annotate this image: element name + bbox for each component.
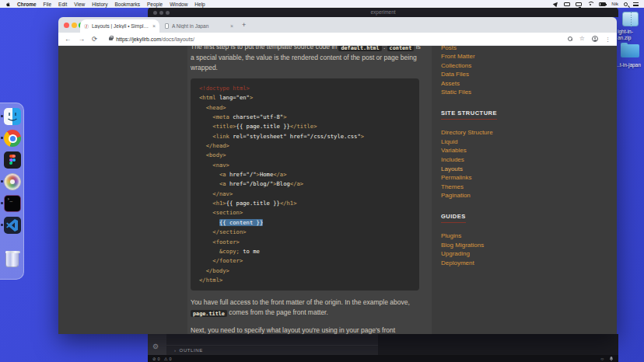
- sidebar-link-variables[interactable]: Variables: [441, 146, 604, 155]
- menu-file[interactable]: File: [44, 2, 51, 7]
- menu-history[interactable]: History: [92, 2, 107, 7]
- close-window-button[interactable]: [64, 23, 69, 28]
- minimize-window-button[interactable]: [72, 23, 77, 28]
- sidebar-link-plugins[interactable]: Plugins: [441, 231, 604, 241]
- folder-label[interactable]: ..t-in-japan: [614, 62, 644, 68]
- code-token: lang="en": [216, 94, 250, 101]
- zip-file-label[interactable]: ight-in- an.zip: [618, 29, 644, 40]
- sidebar-link-upgrading[interactable]: Upgrading: [441, 249, 604, 259]
- warnings-icon[interactable]: ⚠: [164, 357, 168, 361]
- sidebar-link-liquid[interactable]: Liquid: [441, 137, 604, 147]
- battery-icon[interactable]: [599, 2, 606, 6]
- menu-status-area: Nik: [554, 2, 639, 6]
- code-token: <head>: [199, 104, 226, 111]
- url-domain: https://jekyllrb.com: [116, 37, 161, 42]
- sidebar-link-assets[interactable]: Assets: [441, 79, 604, 89]
- search-icon[interactable]: [568, 37, 572, 41]
- inline-code: default.html: [338, 46, 381, 51]
- sidebar-link-collections[interactable]: Collections: [441, 61, 604, 71]
- vscode-editor-area[interactable]: [378, 334, 618, 355]
- menu-help[interactable]: Help: [194, 2, 205, 7]
- sidebar-link-data-files[interactable]: Data Files: [441, 70, 604, 79]
- code-token: to me: [240, 248, 260, 255]
- sidebar-link-directory-structure[interactable]: Directory Structure: [441, 128, 604, 137]
- dock-trash-icon[interactable]: [5, 251, 19, 267]
- menu-window[interactable]: Window: [170, 2, 187, 7]
- running-indicator: [1, 137, 3, 139]
- forward-button[interactable]: →: [79, 35, 86, 43]
- chevron-right-icon: ›: [174, 348, 177, 353]
- code-line: <section>: [199, 208, 419, 218]
- sidebar-link-posts[interactable]: Posts: [441, 46, 604, 52]
- zip-file-icon[interactable]: [622, 12, 639, 26]
- code-line: </head>: [199, 141, 419, 151]
- code-line: </footer>: [199, 256, 419, 266]
- vscode-title-bar[interactable]: experiment: [148, 7, 618, 17]
- menu-edit[interactable]: Edit: [58, 2, 67, 7]
- new-tab-button[interactable]: +: [242, 22, 246, 28]
- back-button[interactable]: ←: [65, 35, 72, 43]
- code-token: charset="utf-8": [229, 113, 283, 120]
- menu-bookmarks[interactable]: Bookmarks: [114, 2, 140, 7]
- apple-menu-icon[interactable]: [5, 2, 11, 7]
- bookmark-star-icon[interactable]: ☆: [579, 36, 585, 42]
- user-menu[interactable]: Nik: [611, 2, 618, 6]
- dock-finder-icon[interactable]: [4, 108, 21, 125]
- tab-a-night-in-japan[interactable]: A Night in Japan ×: [161, 19, 237, 33]
- folder-icon[interactable]: [621, 44, 639, 57]
- location-icon[interactable]: [553, 1, 559, 7]
- browser-toolbar: ← → ⟳ https://jekyllrb.com/docs/layouts/…: [58, 33, 617, 46]
- menu-people[interactable]: People: [147, 2, 163, 7]
- dock-chrome-icon[interactable]: [4, 130, 21, 147]
- spotlight-search-icon[interactable]: [624, 2, 628, 6]
- display-icon[interactable]: [576, 2, 582, 6]
- url-path: /docs/layouts/: [161, 37, 194, 42]
- profile-avatar-icon[interactable]: [592, 36, 598, 42]
- close-tab-icon[interactable]: ×: [230, 23, 233, 29]
- sidebar-link-front-matter[interactable]: Front Matter: [441, 52, 604, 61]
- sidebar-link-pagination[interactable]: Pagination: [441, 191, 604, 200]
- browser-window: / Layouts | Jekyll • Simple, blo × A Nig…: [58, 17, 617, 334]
- code-line: <nav>: [199, 161, 419, 170]
- paragraph-template-source: The first step is to put the template so…: [191, 46, 422, 73]
- wifi-icon[interactable]: [587, 2, 593, 6]
- dock-figma-icon[interactable]: [4, 151, 21, 169]
- browser-menu-icon[interactable]: ⋮: [605, 37, 611, 42]
- menu-view[interactable]: View: [74, 2, 85, 7]
- dock-vscode-icon[interactable]: [4, 217, 21, 234]
- close-tab-icon[interactable]: ×: [152, 23, 156, 29]
- menu-app-name[interactable]: Chrome: [17, 2, 37, 7]
- code-token: {{ page.title }}: [236, 123, 290, 130]
- code-line: <head>: [199, 103, 419, 113]
- sidebar-link-permalinks[interactable]: Permalinks: [441, 173, 604, 183]
- sidebar-link-layouts[interactable]: Layouts: [441, 165, 604, 174]
- dock-design-app-icon[interactable]: [4, 173, 21, 190]
- sidebar-link-includes[interactable]: Includes: [441, 155, 604, 165]
- code-line: <link rel="stylesheet" href="/css/style.…: [199, 132, 419, 141]
- code-token: </body>: [199, 267, 229, 274]
- bell-icon[interactable]: [609, 356, 614, 362]
- code-token: <!doctype html>: [199, 85, 250, 92]
- code-token: </section>: [199, 228, 247, 235]
- sidebar-heading-site-structure: SITE STRUCTURE: [441, 104, 604, 120]
- outline-section-header[interactable]: ›OUTLINE: [166, 345, 378, 355]
- sidebar-link-blog-migrations[interactable]: Blog Migrations: [441, 241, 604, 250]
- feedback-icon[interactable]: ☺: [600, 357, 604, 361]
- sidebar-link-static-files[interactable]: Static Files: [441, 88, 604, 97]
- code-token: <h1>: [199, 200, 226, 207]
- gear-icon[interactable]: ⚙: [152, 343, 159, 350]
- reload-button[interactable]: ⟳: [92, 35, 97, 43]
- code-token: >: [361, 133, 364, 140]
- address-bar[interactable]: https://jekyllrb.com/docs/layouts/: [109, 37, 194, 42]
- sidebar-link-deployment[interactable]: Deployment: [441, 259, 604, 268]
- notification-center-icon[interactable]: [633, 2, 639, 6]
- tab-jekyll-layouts[interactable]: / Layouts | Jekyll • Simple, blo ×: [80, 19, 159, 33]
- airplay-icon[interactable]: [564, 2, 570, 6]
- code-token: </title>: [290, 123, 317, 130]
- dock-terminal-icon[interactable]: ›_: [4, 195, 21, 212]
- code-token: Blog: [277, 180, 290, 187]
- code-line: &copy; to me: [199, 247, 419, 256]
- sidebar-link-themes[interactable]: Themes: [441, 183, 604, 192]
- errors-icon[interactable]: ⊘: [152, 357, 156, 361]
- code-block-default-html[interactable]: <!doctype html><html lang="en"> <head> <…: [191, 78, 419, 291]
